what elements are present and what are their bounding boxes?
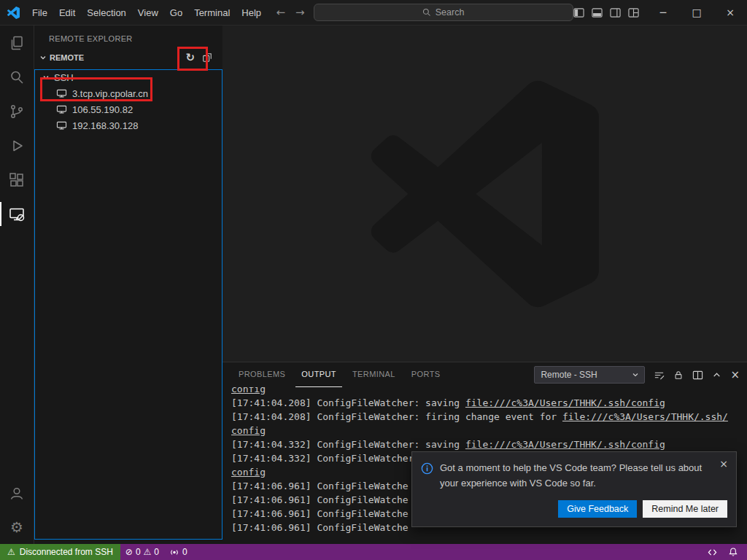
notification-toast: × Got a moment to help the VS Code team?…: [411, 451, 737, 527]
chevron-down-icon: [42, 73, 50, 82]
tree-item-ssh[interactable]: SSH: [34, 69, 222, 85]
log-line: [17:41:04.208] ConfigFileWatcher: saving…: [231, 396, 747, 410]
remote-status-label: Disconnected from SSH: [20, 547, 113, 557]
remote-host-icon: [56, 105, 67, 114]
remind-me-later-button[interactable]: Remind Me later: [643, 500, 727, 518]
ports-status-item[interactable]: 0: [164, 544, 193, 560]
panel-tab-bar: PROBLEMS OUTPUT TERMINAL PORTS Remote - …: [222, 362, 747, 387]
ports-count: 0: [182, 547, 187, 557]
activity-run-debug-icon[interactable]: [0, 128, 34, 163]
remote-section-label: REMOTE: [50, 53, 84, 62]
menu-file[interactable]: File: [26, 4, 53, 21]
forward-icon[interactable]: →: [295, 6, 305, 19]
chevron-down-icon: [39, 53, 47, 62]
log-line: config: [231, 424, 747, 438]
search-input[interactable]: Search: [314, 4, 573, 21]
menu-selection[interactable]: Selection: [81, 4, 131, 21]
error-count: 0: [136, 547, 141, 557]
ssh-targets-tree: SSH 3.tcp.vip.cpolar.cn 106.55.190.82 19…: [34, 69, 222, 133]
close-panel-icon[interactable]: ×: [730, 368, 740, 381]
accounts-icon[interactable]: [0, 475, 34, 510]
file-link[interactable]: file:///c%3A/Users/THHK/.ssh/: [562, 411, 728, 422]
log-line: [17:41:04.208] ConfigFileWatcher: firing…: [231, 410, 747, 424]
host-label: 3.tcp.vip.cpolar.cn: [72, 88, 148, 99]
toggle-secondary-sidebar-icon[interactable]: [610, 7, 621, 18]
give-feedback-button[interactable]: Give Feedback: [558, 500, 637, 518]
toggle-panel-icon[interactable]: [592, 7, 603, 18]
remote-section-header[interactable]: REMOTE ↻: [34, 49, 222, 66]
host-label: 192.168.30.128: [72, 120, 138, 131]
file-link[interactable]: config: [231, 425, 266, 436]
log-line: config: [231, 387, 747, 396]
file-link[interactable]: config: [231, 467, 266, 478]
notification-close-icon[interactable]: ×: [719, 459, 728, 469]
tab-problems[interactable]: PROBLEMS: [233, 362, 291, 387]
host-label: 106.55.190.82: [72, 104, 133, 115]
menu-terminal[interactable]: Terminal: [188, 4, 236, 21]
tree-item-host-3[interactable]: 192.168.30.128: [34, 117, 222, 133]
warning-count: 0: [154, 547, 159, 557]
remote-host-icon: [56, 89, 67, 98]
output-channel-select[interactable]: Remote - SSH: [534, 366, 645, 384]
error-icon: ⊘: [125, 547, 133, 557]
search-placeholder: Search: [436, 7, 465, 18]
window-maximize-button[interactable]: □: [680, 0, 713, 25]
open-output-in-editor-icon[interactable]: [692, 370, 703, 381]
file-link[interactable]: file:///c%3A/Users/THHK/.ssh/config: [465, 439, 665, 450]
warning-icon: ⚠: [144, 547, 152, 557]
problems-status-item[interactable]: ⊘ 0 ⚠ 0: [120, 544, 164, 560]
file-link[interactable]: file:///c%3A/Users/THHK/.ssh/config: [465, 397, 665, 408]
toggle-sidebar-icon[interactable]: [573, 7, 584, 18]
back-icon[interactable]: ←: [276, 6, 285, 19]
activity-remote-explorer-icon[interactable]: [0, 197, 34, 231]
title-bar: File Edit Selection View Go Terminal Hel…: [0, 0, 747, 26]
lock-autoscroll-icon[interactable]: [673, 370, 684, 381]
menu-view[interactable]: View: [132, 4, 164, 21]
output-channel-value: Remote - SSH: [541, 370, 597, 380]
chevron-down-icon: [631, 370, 640, 379]
tree-item-label: SSH: [54, 72, 74, 83]
tab-ports[interactable]: PORTS: [406, 362, 446, 387]
vscode-logo-icon: [0, 7, 26, 19]
editor-layout-status-icon[interactable]: [707, 548, 718, 557]
file-link[interactable]: config: [231, 387, 266, 394]
tree-item-host-1[interactable]: 3.tcp.vip.cpolar.cn: [34, 85, 222, 101]
info-icon: [421, 462, 433, 475]
remote-explorer-sidebar: REMOTE EXPLORER REMOTE ↻ SSH 3.tcp.vip.c…: [34, 26, 222, 544]
menu-help[interactable]: Help: [236, 4, 267, 21]
remote-host-icon: [56, 121, 67, 131]
tab-terminal[interactable]: TERMINAL: [347, 362, 401, 387]
menu-go[interactable]: Go: [164, 4, 188, 21]
maximize-panel-icon[interactable]: [712, 370, 721, 380]
tree-item-host-2[interactable]: 106.55.190.82: [34, 101, 222, 117]
refresh-icon[interactable]: ↻: [185, 52, 195, 63]
search-icon: [422, 8, 431, 17]
remote-status-item[interactable]: ⚠ Disconnected from SSH: [0, 544, 120, 560]
window-close-button[interactable]: ×: [713, 0, 747, 25]
vscode-watermark-logo: [371, 80, 599, 308]
open-in-new-window-icon[interactable]: [202, 52, 212, 63]
warning-icon: ⚠: [7, 547, 15, 557]
settings-gear-icon[interactable]: ⚙: [0, 510, 34, 544]
activity-extensions-icon[interactable]: [0, 163, 34, 197]
sidebar-title: REMOTE EXPLORER: [34, 26, 222, 43]
notification-message: Got a moment to help the VS Code team? P…: [440, 461, 727, 491]
activity-explorer-icon[interactable]: [0, 26, 34, 60]
menu-edit[interactable]: Edit: [53, 4, 81, 21]
editor-area: [222, 26, 747, 362]
activity-bar: ⚙: [0, 26, 34, 544]
clear-output-icon[interactable]: [654, 370, 665, 381]
tab-output[interactable]: OUTPUT: [295, 362, 342, 387]
window-minimize-button[interactable]: ─: [646, 0, 680, 25]
bell-icon[interactable]: [728, 547, 738, 557]
menu-bar: File Edit Selection View Go Terminal Hel…: [26, 4, 267, 21]
customize-layout-icon[interactable]: [628, 7, 639, 18]
ports-broadcast-icon: [169, 548, 179, 557]
log-line: [17:41:04.332] ConfigFileWatcher: saving…: [231, 438, 747, 451]
activity-source-control-icon[interactable]: [0, 94, 34, 128]
activity-search-icon[interactable]: [0, 60, 34, 94]
status-bar: ⚠ Disconnected from SSH ⊘ 0 ⚠ 0 0: [0, 544, 747, 560]
